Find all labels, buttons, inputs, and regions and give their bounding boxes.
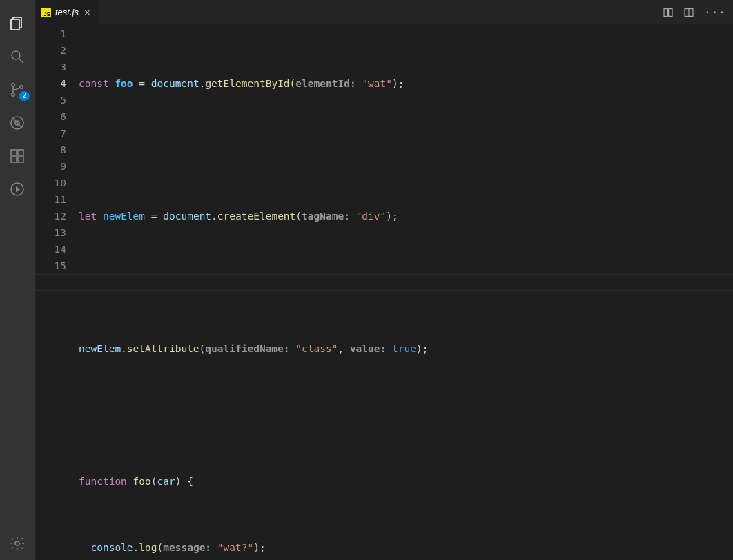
extensions-icon[interactable]: [1, 139, 34, 173]
token-keyword: let: [79, 211, 97, 222]
token-brace: {: [187, 476, 193, 487]
compare-changes-icon[interactable]: [663, 7, 674, 18]
explorer-icon[interactable]: [1, 7, 34, 40]
token-string: "wat?": [217, 542, 253, 553]
token-space: [290, 343, 296, 354]
token-inlay-hint: tagName:: [302, 211, 350, 222]
line-number: 6: [35, 108, 66, 125]
token-punc: ;: [422, 343, 429, 354]
token-string: "class": [295, 343, 338, 354]
code-line[interactable]: [79, 142, 733, 158]
svg-rect-18: [669, 8, 672, 16]
token-inlay-hint: message:: [163, 542, 211, 553]
more-actions-icon[interactable]: ···: [704, 6, 726, 19]
line-number: 3: [35, 59, 66, 75]
token-keyword: function: [79, 476, 127, 487]
line-number: 15: [35, 258, 66, 274]
svg-rect-12: [11, 157, 17, 162]
token-function: createElement: [217, 211, 296, 222]
token-punc: ,: [338, 343, 349, 354]
code-line[interactable]: let newElem = document.createElement(tag…: [79, 208, 733, 224]
line-number: 8: [35, 142, 66, 158]
svg-point-5: [12, 93, 14, 96]
token-variable: newElem: [103, 211, 145, 222]
svg-point-6: [20, 86, 23, 88]
line-number: 14: [35, 241, 66, 258]
token-op: =: [145, 211, 163, 222]
debug-icon[interactable]: [1, 106, 34, 139]
editor-group: JS test.js × ··· 1 2 3 4 5 6 7 8 9 10 11: [35, 0, 733, 560]
token-param: car: [157, 476, 175, 487]
token-object: document: [151, 78, 199, 89]
scm-badge: 2: [19, 91, 30, 101]
text-cursor: [79, 276, 79, 289]
line-number: 1: [35, 26, 66, 42]
line-number: 2: [35, 42, 66, 59]
remote-icon[interactable]: [1, 173, 34, 206]
settings-gear-icon[interactable]: [1, 527, 34, 560]
svg-line-3: [19, 59, 23, 63]
tab-test-js[interactable]: JS test.js ×: [35, 0, 99, 24]
token-space: [79, 542, 90, 553]
source-control-icon[interactable]: 2: [1, 73, 34, 106]
token-paren: ): [416, 343, 422, 354]
token-variable: foo: [115, 78, 133, 89]
code-line-current[interactable]: [79, 274, 733, 291]
code-line[interactable]: function foo(car) {: [79, 473, 733, 490]
code-editor[interactable]: 1 2 3 4 5 6 7 8 9 10 11 12 13 14 15 cons…: [35, 24, 733, 560]
svg-rect-17: [664, 8, 667, 16]
token-inlay-hint: qualifiedName:: [205, 343, 289, 354]
code-content[interactable]: const foo = document.getElementById(elem…: [79, 26, 733, 560]
token-function: setAttribute: [127, 343, 199, 354]
svg-rect-1: [11, 19, 19, 30]
token-paren: (: [295, 211, 302, 222]
line-number-gutter: 1 2 3 4 5 6 7 8 9 10 11 12 13 14 15: [35, 26, 79, 560]
line-number: 11: [35, 191, 66, 208]
code-line[interactable]: newElem.setAttribute(qualifiedName: "cla…: [79, 340, 733, 357]
line-number: 7: [35, 125, 66, 142]
line-number: 9: [35, 158, 66, 175]
token-punc: .: [211, 211, 217, 222]
token-punc: ;: [398, 78, 404, 89]
token-inlay-hint: value:: [350, 343, 386, 354]
token-paren: (: [151, 476, 157, 487]
code-line[interactable]: [79, 407, 733, 423]
token-boolean: true: [392, 343, 416, 354]
token-paren: ): [392, 78, 398, 89]
token-inlay-hint: elementId:: [295, 78, 355, 89]
token-op: =: [133, 78, 151, 89]
svg-point-4: [12, 84, 14, 86]
line-number: 4: [35, 75, 66, 92]
token-function: log: [139, 542, 157, 553]
token-function: getElementById: [205, 78, 289, 89]
token-space: [127, 476, 133, 487]
token-string: "wat": [362, 78, 392, 89]
token-space: [97, 211, 103, 222]
token-object: console: [90, 542, 133, 553]
token-keyword: const: [79, 78, 109, 89]
token-object: document: [163, 211, 211, 222]
code-line[interactable]: const foo = document.getElementById(elem…: [79, 75, 733, 92]
token-space: [386, 343, 392, 354]
token-function: foo: [133, 476, 151, 487]
search-icon[interactable]: [1, 40, 34, 73]
token-paren: ): [386, 211, 392, 222]
svg-rect-10: [11, 150, 17, 155]
svg-point-2: [12, 51, 20, 59]
code-line[interactable]: console.log(message: "wat?");: [79, 539, 733, 556]
js-file-icon: JS: [41, 8, 51, 17]
token-punc: ;: [260, 542, 266, 553]
token-punc: ;: [392, 211, 398, 222]
line-number: 13: [35, 224, 66, 241]
tab-filename: test.js: [55, 7, 79, 17]
split-editor-icon[interactable]: [683, 7, 694, 18]
line-number: 12: [35, 208, 66, 224]
token-object: newElem: [79, 343, 121, 354]
close-tab-icon[interactable]: ×: [83, 6, 92, 18]
token-punc: .: [121, 343, 127, 354]
token-string: "div": [356, 211, 387, 222]
token-punc: .: [133, 542, 139, 553]
activity-bar: 2: [0, 0, 35, 560]
svg-rect-13: [18, 157, 23, 162]
editor-actions: ···: [663, 0, 733, 24]
